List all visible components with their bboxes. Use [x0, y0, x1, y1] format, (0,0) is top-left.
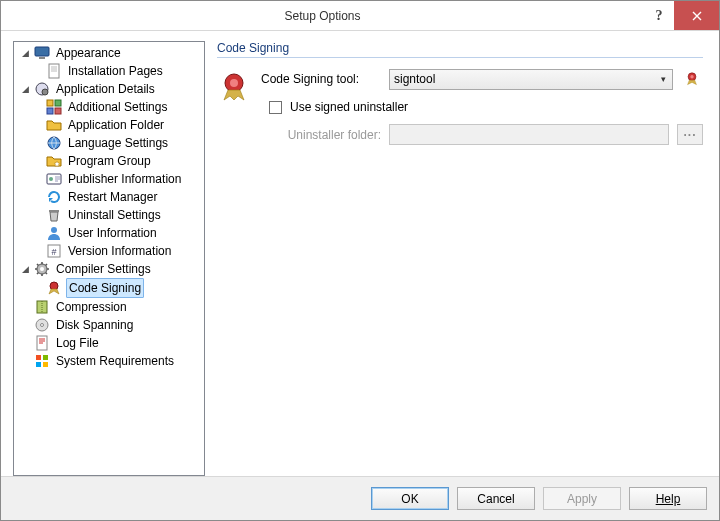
svg-point-21 [41, 324, 44, 327]
button-bar: OK Cancel Apply Help [1, 476, 719, 520]
close-icon [692, 11, 702, 21]
row-use-signed: Use signed uninstaller [261, 100, 703, 114]
tree-item-restart-manager[interactable]: Restart Manager [14, 188, 204, 206]
help-button[interactable]: ? [644, 1, 674, 30]
tree-item-version-information[interactable]: #Version Information [14, 242, 204, 260]
label-use-signed-uninstaller[interactable]: Use signed uninstaller [290, 100, 408, 114]
svg-rect-8 [55, 108, 61, 114]
gear-icon [34, 261, 50, 277]
row-signing-tool: Code Signing tool: signtool ▾ [261, 68, 703, 90]
svg-point-4 [42, 89, 48, 95]
tree-item-publisher-information[interactable]: Publisher Information [14, 170, 204, 188]
help-button-bottom[interactable]: Help [629, 487, 707, 510]
tree-item-label: Restart Manager [66, 188, 159, 206]
label-signing-tool: Code Signing tool: [261, 72, 381, 86]
form-area: Code Signing tool: signtool ▾ [217, 68, 703, 155]
input-uninstaller-folder [389, 124, 669, 145]
refresh-icon [46, 189, 62, 205]
label-uninstaller-folder: Uninstaller folder: [261, 128, 381, 142]
svg-rect-0 [35, 47, 49, 56]
tree-item-label: Disk Spanning [54, 316, 135, 334]
blocks-icon [46, 99, 62, 115]
tree-item-additional-settings[interactable]: Additional Settings [14, 98, 204, 116]
svg-point-17 [40, 267, 44, 271]
tree-item-uninstall-settings[interactable]: Uninstall Settings [14, 206, 204, 224]
combo-signing-tool[interactable]: signtool ▾ [389, 69, 673, 90]
ok-button[interactable]: OK [371, 487, 449, 510]
svg-point-13 [51, 227, 57, 233]
page-icon [46, 63, 62, 79]
tree-item-language-settings[interactable]: Language Settings [14, 134, 204, 152]
checkbox-use-signed-uninstaller[interactable] [269, 101, 282, 114]
configure-tool-button[interactable] [681, 68, 703, 90]
tree-item-label: Publisher Information [66, 170, 183, 188]
tree-item-label: Compression [54, 298, 129, 316]
tree-item-label: Log File [54, 334, 101, 352]
fields: Code Signing tool: signtool ▾ [261, 68, 703, 155]
window-buttons: ? [644, 1, 719, 30]
svg-point-30 [690, 75, 693, 78]
close-button[interactable] [674, 1, 719, 30]
svg-rect-5 [47, 100, 53, 106]
disc-icon [34, 317, 50, 333]
tree-item-label: Appearance [54, 44, 123, 62]
tree-item-user-information[interactable]: User Information [14, 224, 204, 242]
folder-icon [46, 117, 62, 133]
expander-icon[interactable]: ◢ [20, 260, 30, 278]
tree-item-label: Code Signing [66, 278, 144, 298]
globe-icon [46, 135, 62, 151]
tree-item-application-details[interactable]: ◢Application Details [14, 80, 204, 98]
window-title: Setup Options [1, 9, 644, 23]
folder-star-icon [46, 153, 62, 169]
titlebar: Setup Options ? [1, 1, 719, 31]
tree-item-label: Uninstall Settings [66, 206, 163, 224]
compress-icon [34, 299, 50, 315]
tree-item-log-file[interactable]: Log File [14, 334, 204, 352]
log-icon [34, 335, 50, 351]
svg-rect-23 [36, 355, 41, 360]
tree-item-appearance[interactable]: ◢Appearance [14, 44, 204, 62]
cancel-button[interactable]: Cancel [457, 487, 535, 510]
tree-item-label: Application Folder [66, 116, 166, 134]
apply-button: Apply [543, 487, 621, 510]
row-uninstaller-folder: Uninstaller folder: ··· [261, 124, 703, 145]
setup-options-dialog: Setup Options ? ◢AppearanceInstallation … [0, 0, 720, 521]
tree-item-application-folder[interactable]: Application Folder [14, 116, 204, 134]
tree-item-label: User Information [66, 224, 159, 242]
tree-item-installation-pages[interactable]: Installation Pages [14, 62, 204, 80]
svg-rect-12 [49, 210, 59, 212]
combo-value: signtool [394, 72, 659, 86]
svg-rect-7 [47, 108, 53, 114]
browse-button: ··· [677, 124, 703, 145]
tree-item-label: System Requirements [54, 352, 176, 370]
tree-item-compiler-settings[interactable]: ◢Compiler Settings [14, 260, 204, 278]
version-icon: # [46, 243, 62, 259]
seal-large-icon [217, 70, 251, 104]
expander-icon[interactable]: ◢ [20, 80, 30, 98]
tree-item-system-requirements[interactable]: System Requirements [14, 352, 204, 370]
seal-icon [683, 70, 701, 88]
svg-rect-24 [43, 355, 48, 360]
content-pane: Code Signing Code Signing tool: signtool [213, 41, 707, 476]
svg-rect-6 [55, 100, 61, 106]
client-area: ◢AppearanceInstallation Pages◢Applicatio… [1, 31, 719, 476]
tree-item-label: Version Information [66, 242, 173, 260]
tree-item-label: Program Group [66, 152, 153, 170]
globe-cog-icon [34, 81, 50, 97]
tree-item-code-signing[interactable]: Code Signing [14, 278, 204, 298]
tree-item-label: Additional Settings [66, 98, 169, 116]
win-icon [34, 353, 50, 369]
category-tree[interactable]: ◢AppearanceInstallation Pages◢Applicatio… [13, 41, 205, 476]
tree-item-label: Language Settings [66, 134, 170, 152]
svg-point-11 [49, 177, 53, 181]
tree-item-label: Compiler Settings [54, 260, 153, 278]
section-header: Code Signing [217, 41, 703, 58]
tree-item-disk-spanning[interactable]: Disk Spanning [14, 316, 204, 334]
tree-item-program-group[interactable]: Program Group [14, 152, 204, 170]
tree-item-compression[interactable]: Compression [14, 298, 204, 316]
tree-item-label: Installation Pages [66, 62, 165, 80]
expander-icon[interactable]: ◢ [20, 44, 30, 62]
monitor-icon [34, 45, 50, 61]
user-icon [46, 225, 62, 241]
vcard-icon [46, 171, 62, 187]
